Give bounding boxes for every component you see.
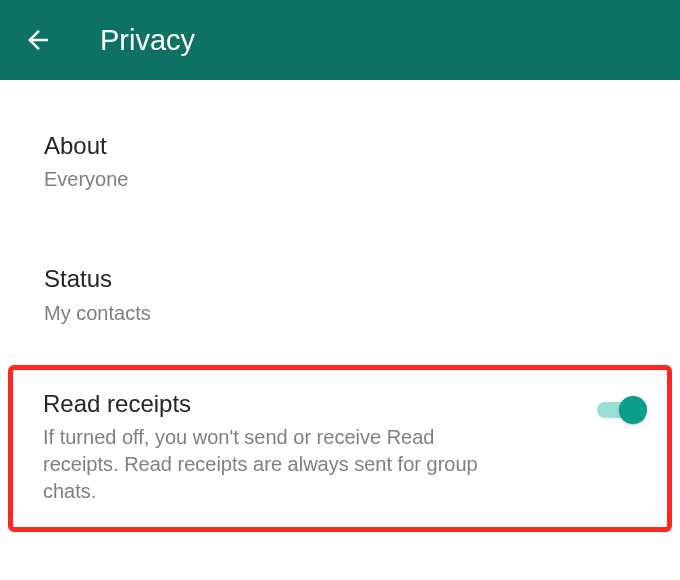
setting-title: About <box>44 130 636 162</box>
setting-about[interactable]: About Everyone <box>0 106 680 221</box>
setting-read-receipts[interactable]: Read receipts If turned off, you won't s… <box>8 365 672 532</box>
setting-title: Read receipts <box>43 388 579 420</box>
back-button[interactable] <box>18 20 58 60</box>
setting-title: Status <box>44 263 636 295</box>
arrow-left-icon <box>23 25 53 55</box>
read-receipts-text: Read receipts If turned off, you won't s… <box>43 388 579 505</box>
toggle-thumb <box>619 396 647 424</box>
app-bar: Privacy <box>0 0 680 80</box>
setting-value: Everyone <box>44 166 636 193</box>
read-receipts-toggle[interactable] <box>595 394 647 426</box>
setting-value: My contacts <box>44 300 636 327</box>
page-title: Privacy <box>100 24 195 57</box>
settings-content: About Everyone Status My contacts Read r… <box>0 80 680 532</box>
setting-description: If turned off, you won't send or receive… <box>43 424 493 505</box>
setting-status[interactable]: Status My contacts <box>0 239 680 354</box>
